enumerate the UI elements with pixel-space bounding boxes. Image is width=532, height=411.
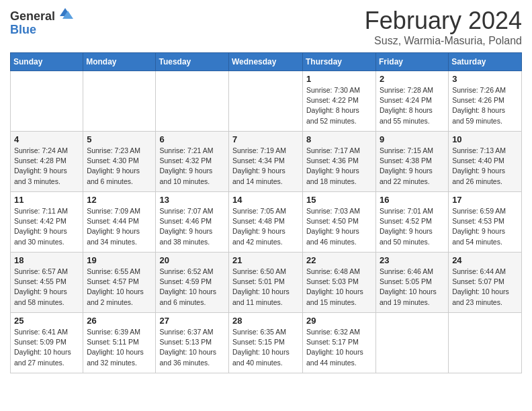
day-info: Sunrise: 6:55 AM Sunset: 4:57 PM Dayligh… [87, 267, 152, 308]
calendar-cell: 12Sunrise: 7:09 AM Sunset: 4:44 PM Dayli… [83, 192, 156, 253]
day-number: 18 [14, 255, 79, 265]
day-info: Sunrise: 7:13 AM Sunset: 4:40 PM Dayligh… [452, 146, 518, 187]
day-info: Sunrise: 6:41 AM Sunset: 5:09 PM Dayligh… [14, 327, 79, 368]
logo: General Blue [10, 10, 73, 37]
calendar-header-cell: Tuesday [156, 53, 229, 71]
day-info: Sunrise: 6:37 AM Sunset: 5:13 PM Dayligh… [159, 327, 225, 368]
day-info: Sunrise: 6:59 AM Sunset: 4:53 PM Dayligh… [452, 206, 518, 247]
day-number: 13 [159, 195, 225, 205]
day-info: Sunrise: 7:30 AM Sunset: 4:22 PM Dayligh… [306, 85, 372, 126]
calendar-cell [156, 71, 229, 132]
calendar-cell: 18Sunrise: 6:57 AM Sunset: 4:55 PM Dayli… [11, 253, 83, 313]
calendar-cell: 19Sunrise: 6:55 AM Sunset: 4:57 PM Dayli… [83, 253, 156, 313]
calendar-cell: 26Sunrise: 6:39 AM Sunset: 5:11 PM Dayli… [83, 313, 156, 373]
location-title: Susz, Warmia-Masuria, Poland [365, 35, 522, 47]
calendar-cell: 22Sunrise: 6:48 AM Sunset: 5:03 PM Dayli… [303, 253, 376, 313]
day-info: Sunrise: 6:39 AM Sunset: 5:11 PM Dayligh… [87, 327, 152, 368]
day-info: Sunrise: 7:03 AM Sunset: 4:50 PM Dayligh… [306, 206, 372, 247]
day-number: 20 [159, 255, 225, 265]
day-number: 3 [452, 74, 518, 84]
calendar-cell: 5Sunrise: 7:23 AM Sunset: 4:30 PM Daylig… [83, 132, 156, 192]
calendar-header-cell: Thursday [303, 53, 376, 71]
calendar-cell: 2Sunrise: 7:28 AM Sunset: 4:24 PM Daylig… [376, 71, 449, 132]
calendar-cell [83, 71, 156, 132]
day-info: Sunrise: 7:28 AM Sunset: 4:24 PM Dayligh… [380, 85, 445, 126]
day-info: Sunrise: 7:24 AM Sunset: 4:28 PM Dayligh… [14, 146, 79, 187]
calendar-cell: 3Sunrise: 7:26 AM Sunset: 4:26 PM Daylig… [449, 71, 522, 132]
calendar-week-row: 11Sunrise: 7:11 AM Sunset: 4:42 PM Dayli… [11, 192, 522, 253]
calendar-header-row: SundayMondayTuesdayWednesdayThursdayFrid… [11, 53, 522, 71]
day-info: Sunrise: 6:35 AM Sunset: 5:15 PM Dayligh… [232, 327, 299, 368]
calendar-header-cell: Friday [376, 53, 449, 71]
calendar-cell: 27Sunrise: 6:37 AM Sunset: 5:13 PM Dayli… [156, 313, 229, 373]
day-number: 7 [232, 134, 299, 144]
header: General Blue February 2024 Susz, Warmia-… [10, 7, 522, 47]
calendar-cell: 1Sunrise: 7:30 AM Sunset: 4:22 PM Daylig… [303, 71, 376, 132]
day-number: 14 [232, 195, 299, 205]
day-number: 27 [159, 316, 225, 326]
day-number: 5 [87, 134, 152, 144]
day-number: 17 [452, 195, 518, 205]
day-info: Sunrise: 6:50 AM Sunset: 5:01 PM Dayligh… [232, 267, 299, 308]
day-number: 11 [14, 195, 79, 205]
day-info: Sunrise: 7:15 AM Sunset: 4:38 PM Dayligh… [380, 146, 445, 187]
day-number: 19 [87, 255, 152, 265]
day-number: 16 [380, 195, 445, 205]
calendar-header-cell: Sunday [11, 53, 83, 71]
day-number: 22 [306, 255, 372, 265]
calendar-week-row: 18Sunrise: 6:57 AM Sunset: 4:55 PM Dayli… [11, 253, 522, 313]
day-info: Sunrise: 6:52 AM Sunset: 4:59 PM Dayligh… [159, 267, 225, 308]
title-area: February 2024 Susz, Warmia-Masuria, Pola… [365, 7, 522, 47]
calendar-cell [449, 313, 522, 373]
calendar-cell: 25Sunrise: 6:41 AM Sunset: 5:09 PM Dayli… [11, 313, 83, 373]
calendar-cell: 14Sunrise: 7:05 AM Sunset: 4:48 PM Dayli… [229, 192, 303, 253]
day-info: Sunrise: 7:26 AM Sunset: 4:26 PM Dayligh… [452, 85, 518, 126]
day-number: 12 [87, 195, 152, 205]
day-number: 15 [306, 195, 372, 205]
logo-icon [57, 5, 73, 21]
day-number: 1 [306, 74, 372, 84]
day-number: 8 [306, 134, 372, 144]
calendar-cell: 4Sunrise: 7:24 AM Sunset: 4:28 PM Daylig… [11, 132, 83, 192]
day-number: 23 [380, 255, 445, 265]
calendar-cell: 6Sunrise: 7:21 AM Sunset: 4:32 PM Daylig… [156, 132, 229, 192]
calendar-cell: 8Sunrise: 7:17 AM Sunset: 4:36 PM Daylig… [303, 132, 376, 192]
day-info: Sunrise: 7:09 AM Sunset: 4:44 PM Dayligh… [87, 206, 152, 247]
calendar-cell [229, 71, 303, 132]
calendar-cell [376, 313, 449, 373]
day-info: Sunrise: 6:46 AM Sunset: 5:05 PM Dayligh… [380, 267, 445, 308]
calendar-cell: 29Sunrise: 6:32 AM Sunset: 5:17 PM Dayli… [303, 313, 376, 373]
calendar-header-cell: Monday [83, 53, 156, 71]
calendar-cell: 23Sunrise: 6:46 AM Sunset: 5:05 PM Dayli… [376, 253, 449, 313]
calendar-cell: 10Sunrise: 7:13 AM Sunset: 4:40 PM Dayli… [449, 132, 522, 192]
day-info: Sunrise: 7:11 AM Sunset: 4:42 PM Dayligh… [14, 206, 79, 247]
day-number: 21 [232, 255, 299, 265]
calendar-cell: 20Sunrise: 6:52 AM Sunset: 4:59 PM Dayli… [156, 253, 229, 313]
day-info: Sunrise: 7:19 AM Sunset: 4:34 PM Dayligh… [232, 146, 299, 187]
day-number: 9 [380, 134, 445, 144]
day-info: Sunrise: 6:32 AM Sunset: 5:17 PM Dayligh… [306, 327, 372, 368]
day-info: Sunrise: 6:44 AM Sunset: 5:07 PM Dayligh… [452, 267, 518, 308]
day-number: 4 [14, 134, 79, 144]
day-number: 29 [306, 316, 372, 326]
day-info: Sunrise: 7:21 AM Sunset: 4:32 PM Dayligh… [159, 146, 225, 187]
day-number: 6 [159, 134, 225, 144]
calendar-cell: 17Sunrise: 6:59 AM Sunset: 4:53 PM Dayli… [449, 192, 522, 253]
calendar-cell: 7Sunrise: 7:19 AM Sunset: 4:34 PM Daylig… [229, 132, 303, 192]
calendar-cell [11, 71, 83, 132]
day-info: Sunrise: 7:05 AM Sunset: 4:48 PM Dayligh… [232, 206, 299, 247]
calendar-cell: 9Sunrise: 7:15 AM Sunset: 4:38 PM Daylig… [376, 132, 449, 192]
day-number: 26 [87, 316, 152, 326]
calendar-cell: 16Sunrise: 7:01 AM Sunset: 4:52 PM Dayli… [376, 192, 449, 253]
logo-general-text: General [10, 10, 55, 24]
calendar-cell: 28Sunrise: 6:35 AM Sunset: 5:15 PM Dayli… [229, 313, 303, 373]
calendar-week-row: 25Sunrise: 6:41 AM Sunset: 5:09 PM Dayli… [11, 313, 522, 373]
day-number: 10 [452, 134, 518, 144]
calendar-body: 1Sunrise: 7:30 AM Sunset: 4:22 PM Daylig… [11, 71, 522, 373]
day-info: Sunrise: 7:17 AM Sunset: 4:36 PM Dayligh… [306, 146, 372, 187]
day-number: 24 [452, 255, 518, 265]
calendar-header-cell: Wednesday [229, 53, 303, 71]
calendar-cell: 21Sunrise: 6:50 AM Sunset: 5:01 PM Dayli… [229, 253, 303, 313]
day-info: Sunrise: 7:07 AM Sunset: 4:46 PM Dayligh… [159, 206, 225, 247]
calendar-week-row: 4Sunrise: 7:24 AM Sunset: 4:28 PM Daylig… [11, 132, 522, 192]
